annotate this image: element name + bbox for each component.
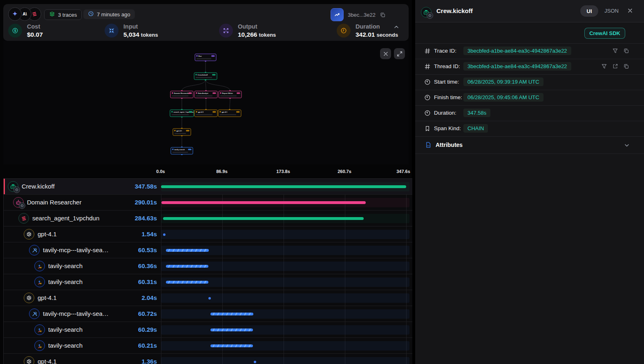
clock-icon (424, 110, 431, 116)
tab-json[interactable]: JSON (604, 8, 619, 14)
span-duration: 347.58s (114, 183, 157, 190)
span-bar[interactable] (210, 344, 253, 347)
svg-text:Crew.kickoff: Crew.kickoff (198, 74, 208, 76)
span-bar[interactable] (163, 217, 364, 220)
crew-icon (421, 4, 432, 15)
attributes-section-toggle[interactable]: Attributes (415, 137, 644, 154)
span-row-gpt-4-1[interactable]: gpt-4.11.36s (4, 354, 412, 364)
traces-count-badge[interactable]: 3 traces (44, 9, 82, 20)
field-value[interactable]: 3becbfed-a1be-ae84-ea3c-4942867a3e22 (463, 47, 571, 55)
field-value[interactable]: CHAIN (463, 124, 488, 133)
span-duration: 1.36s (114, 358, 157, 364)
bookmark-icon (424, 125, 431, 132)
span-label: search_agent_1vpchdun (32, 215, 99, 222)
copy-icon[interactable] (623, 48, 629, 54)
sdk-badge-row: CrewAI SDK (415, 22, 644, 43)
graph-node-domain[interactable]: Domain Researcher (170, 91, 193, 98)
openai-icon (24, 293, 34, 303)
copy-icon[interactable] (380, 12, 386, 18)
span-bar[interactable] (163, 233, 165, 236)
clock-icon (424, 94, 431, 101)
span-bar[interactable] (254, 361, 256, 363)
sdk-badge[interactable]: CrewAI SDK (584, 28, 625, 39)
span-label: tavily-mcp---tavily-sea… (43, 310, 109, 317)
span-row-tavily-search[interactable]: tavily-search60.29s (4, 322, 412, 338)
graph-node-llm2[interactable]: gpt-4.1 (195, 110, 217, 117)
field-value[interactable]: 06/28/2025, 09:45:06 AM UTC (463, 93, 543, 102)
axis-tick: 347.6s (396, 169, 410, 174)
span-row-tavily-search[interactable]: tavily-search60.21s (4, 338, 412, 354)
chevron-down-icon (624, 142, 630, 150)
span-label: tavily-search (48, 262, 83, 269)
field-value[interactable]: 3becbfed-a1be-ae84-ea3c-4942867a3e22 (463, 62, 571, 71)
span-bar[interactable] (166, 281, 208, 284)
graph-node-search[interactable]: search_agent_1vpchdun (170, 110, 194, 117)
span-bar[interactable] (166, 265, 208, 268)
graph-node-data[interactable]: Data Analyst (195, 91, 217, 98)
tavily-icon (34, 324, 45, 335)
span-duration: 60.36s (114, 262, 157, 269)
copy-icon[interactable] (623, 63, 629, 69)
field-thread-id-: Thread ID:3becbfed-a1be-ae84-ea3c-494286… (415, 59, 644, 75)
span-duration: 290.01s (114, 199, 157, 206)
field-value[interactable]: 06/28/2025, 09:39:19 AM UTC (463, 78, 543, 86)
filter-icon[interactable] (612, 48, 618, 54)
field-label: Span Kind: (434, 125, 461, 131)
graph-node-llm3[interactable]: gpt-4.1 (218, 110, 241, 117)
span-duration: 284.63s (114, 215, 157, 222)
tools-icon (29, 309, 40, 319)
span-duration: 60.31s (114, 278, 157, 285)
close-panel-icon[interactable] (627, 7, 633, 16)
trace-graph[interactable]: RunCrew.kickoffDomain ResearcherData Ana… (3, 41, 409, 164)
span-row-search-agent-1vpchdun[interactable]: search_agent_1vpchdun284.63s (4, 211, 412, 226)
field-duration-: Duration:347.58s (415, 106, 644, 121)
span-row-crew-kickoff[interactable]: Crew.kickoff347.58s (4, 179, 412, 195)
graph-node-report[interactable]: Report Writer (219, 91, 242, 98)
graph-node-tool[interactable]: tavily-search (171, 147, 193, 154)
graph-node-run[interactable]: Run (195, 54, 216, 61)
svg-text:gpt-4.1: gpt-4.1 (177, 130, 182, 132)
span-row-tavily-mcp-tavily-sea-[interactable]: tavily-mcp---tavily-sea…60.53s (4, 242, 412, 258)
span-row-gpt-4-1[interactable]: gpt-4.12.04s (4, 290, 412, 306)
span-fields: Trace ID:3becbfed-a1be-ae84-ea3c-4942867… (415, 43, 644, 154)
span-bar[interactable] (161, 201, 366, 204)
openai-icon (24, 356, 34, 364)
span-row-domain-researcher[interactable]: Domain Researcher290.01s (4, 195, 412, 211)
attributes-label: Attributes (436, 142, 463, 148)
axis-tick: 173.8s (276, 169, 290, 174)
span-label: tavily-search (48, 278, 83, 285)
field-label: Duration: (434, 110, 456, 116)
metric-input: Input5,034tokens (105, 22, 158, 39)
agent-robot-icon (13, 197, 24, 208)
timeline-track (161, 341, 409, 351)
field-value[interactable]: 347.58s (463, 109, 490, 117)
trace-age-label: 7 minutes ago (97, 11, 130, 18)
graph-node-kickoff[interactable]: Crew.kickoff (194, 73, 217, 80)
span-details-header: Crew.kickoff UI JSON (415, 0, 644, 22)
span-bar[interactable] (166, 249, 209, 252)
metric-label: Input (123, 23, 138, 30)
span-bar[interactable] (210, 328, 253, 331)
span-row-tavily-mcp-tavily-sea-[interactable]: tavily-mcp---tavily-sea…60.72s (4, 306, 412, 322)
span-bar[interactable] (208, 297, 211, 300)
span-row-gpt-4-1[interactable]: gpt-4.11.54s (4, 226, 412, 242)
external-icon[interactable] (612, 63, 618, 69)
graph-expand-button[interactable] (394, 48, 405, 59)
selected-row-accent (4, 179, 5, 194)
metric-value: $0.07 (27, 31, 43, 38)
span-row-tavily-search[interactable]: tavily-search60.36s (4, 258, 412, 274)
tavily-icon (34, 277, 45, 287)
field-span-kind-: Span Kind:CHAIN (415, 121, 644, 137)
tab-ui[interactable]: UI (580, 5, 598, 17)
timeline-track (161, 357, 409, 364)
span-label: gpt-4.1 (38, 358, 57, 364)
span-bar[interactable] (161, 185, 406, 188)
filter-icon[interactable] (601, 63, 607, 69)
graph-close-button[interactable] (380, 48, 391, 59)
span-bar[interactable] (210, 313, 253, 315)
crewai-icon (18, 213, 29, 224)
graph-node-llm1[interactable]: gpt-4.1 (173, 129, 191, 135)
svg-text:gpt-4.1: gpt-4.1 (198, 111, 204, 113)
trace-viewer-app: { "app": { "avatars": [ {"name": "gemini… (0, 0, 644, 364)
span-row-tavily-search[interactable]: tavily-search60.31s (4, 274, 412, 290)
